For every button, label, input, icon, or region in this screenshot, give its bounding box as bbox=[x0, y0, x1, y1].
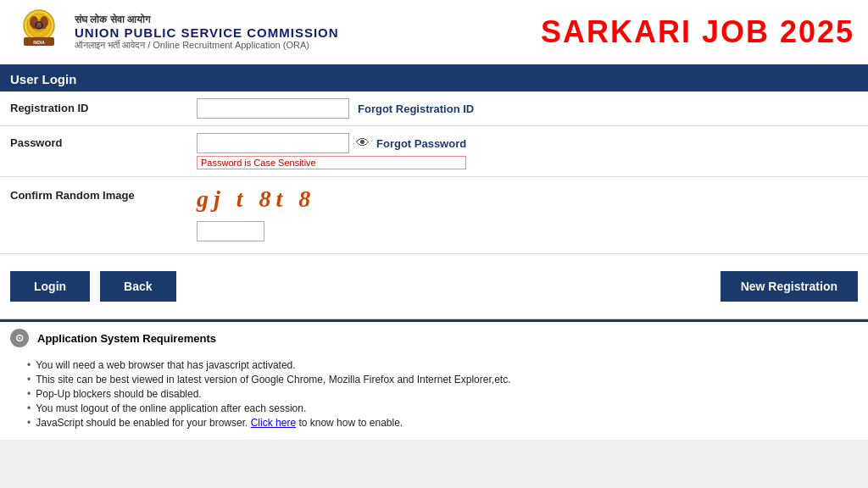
password-input[interactable] bbox=[197, 133, 349, 153]
password-top: 👁 Forgot Password bbox=[197, 133, 466, 153]
captcha-label: Confirm Random Image bbox=[10, 186, 197, 202]
requirements-icon: ⊙ bbox=[10, 329, 29, 347]
page-header: INDIA संघ लोक सेवा आयोग UNION PUBLIC SER… bbox=[0, 0, 868, 67]
forgot-password-link[interactable]: Forgot Password bbox=[376, 137, 466, 150]
buttons-area: Login Back New Registration bbox=[0, 254, 868, 319]
login-button[interactable]: Login bbox=[10, 271, 90, 302]
req-item-5: JavaScript should be enabled for your br… bbox=[27, 417, 858, 429]
back-button[interactable]: Back bbox=[100, 271, 175, 302]
password-content: 👁 Forgot Password Password is Case Sensi… bbox=[197, 133, 466, 169]
section-title-bar: User Login bbox=[0, 67, 868, 92]
req-item-2: This site can be best viewed in latest v… bbox=[27, 374, 858, 385]
section-title: User Login bbox=[10, 72, 76, 86]
requirements-list: You will need a web browser that has jav… bbox=[0, 354, 868, 440]
header-left: INDIA संघ लोक सेवा आयोग UNION PUBLIC SER… bbox=[14, 7, 339, 58]
requirements-items: You will need a web browser that has jav… bbox=[27, 359, 858, 429]
captcha-content: gj t 8t 8 bbox=[197, 186, 315, 241]
password-label: Password bbox=[10, 133, 197, 149]
header-hindi: संघ लोक सेवा आयोग bbox=[75, 14, 339, 25]
login-form: Registration ID Forgot Registration ID P… bbox=[0, 92, 868, 254]
captcha-input[interactable] bbox=[197, 221, 264, 241]
click-here-link[interactable]: Click here bbox=[251, 417, 296, 429]
requirements-bar: ⊙ Application System Requirements bbox=[0, 319, 868, 354]
req-item-3: Pop-Up blockers should be disabled. bbox=[27, 388, 858, 400]
header-text-block: संघ लोक सेवा आयोग UNION PUBLIC SERVICE C… bbox=[75, 14, 339, 51]
svg-text:INDIA: INDIA bbox=[33, 40, 45, 45]
registration-id-input[interactable] bbox=[197, 98, 349, 119]
registration-id-content: Forgot Registration ID bbox=[197, 98, 474, 119]
new-registration-button[interactable]: New Registration bbox=[721, 271, 858, 302]
password-hint: Password is Case Sensitive bbox=[197, 156, 466, 169]
show-password-icon[interactable]: 👁 bbox=[356, 136, 370, 151]
header-english: UNION PUBLIC SERVICE COMMISSION bbox=[75, 25, 339, 40]
forgot-registration-link[interactable]: Forgot Registration ID bbox=[358, 103, 474, 115]
captcha-row: Confirm Random Image gj t 8t 8 bbox=[0, 177, 868, 254]
requirements-title: Application System Requirements bbox=[37, 332, 216, 345]
header-sub: ऑनलाइन भर्ती आवेदन / Online Recruitment … bbox=[75, 40, 339, 51]
captcha-image-text: gj t 8t 8 bbox=[197, 186, 315, 213]
req-item-1: You will need a web browser that has jav… bbox=[27, 359, 858, 371]
brand-title: SARKARI JOB 2025 bbox=[541, 14, 854, 50]
password-row: Password 👁 Forgot Password Password is C… bbox=[0, 126, 868, 177]
registration-id-row: Registration ID Forgot Registration ID bbox=[0, 92, 868, 126]
req-item-4: You must logout of the online applicatio… bbox=[27, 402, 858, 414]
registration-id-label: Registration ID bbox=[10, 98, 197, 114]
emblem-logo: INDIA bbox=[14, 7, 64, 58]
